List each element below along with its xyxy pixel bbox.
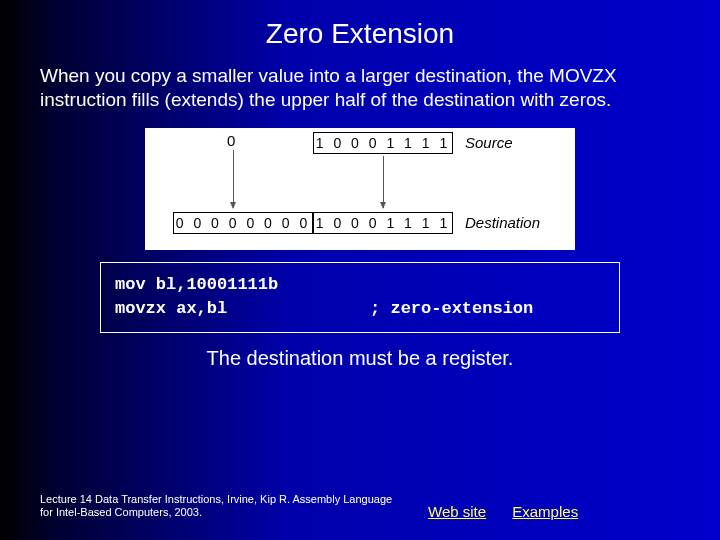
footer-links: Web site Examples	[428, 503, 600, 520]
arrow-icon	[233, 150, 234, 208]
examples-link[interactable]: Examples	[512, 503, 578, 520]
source-bits-box: 1 0 0 0 1 1 1 1	[313, 132, 453, 154]
website-link[interactable]: Web site	[428, 503, 486, 520]
note-text: The destination must be a register.	[0, 347, 720, 370]
code-line-1: mov bl,10001111b	[115, 275, 278, 294]
zero-extension-diagram: 0 1 0 0 0 1 1 1 1 Source 0 0 0 0 0 0 0 0…	[145, 128, 575, 250]
code-line-2-instr: movzx ax,bl	[115, 299, 227, 318]
code-example: mov bl,10001111b movzx ax,bl ; zero-exte…	[100, 262, 620, 333]
zero-value: 0	[227, 132, 235, 149]
source-label: Source	[465, 134, 513, 151]
slide-title: Zero Extension	[0, 0, 720, 64]
dest-high-bits-box: 0 0 0 0 0 0 0 0	[173, 212, 313, 234]
code-line-2-comment: ; zero-extension	[370, 299, 533, 318]
body-paragraph: When you copy a smaller value into a lar…	[0, 64, 720, 122]
footer: Lecture 14 Data Transfer Instructions, I…	[40, 493, 680, 521]
dest-low-bits-box: 1 0 0 0 1 1 1 1	[313, 212, 453, 234]
footer-citation: Lecture 14 Data Transfer Instructions, I…	[40, 493, 400, 521]
arrow-icon	[383, 156, 384, 208]
destination-label: Destination	[465, 214, 540, 231]
